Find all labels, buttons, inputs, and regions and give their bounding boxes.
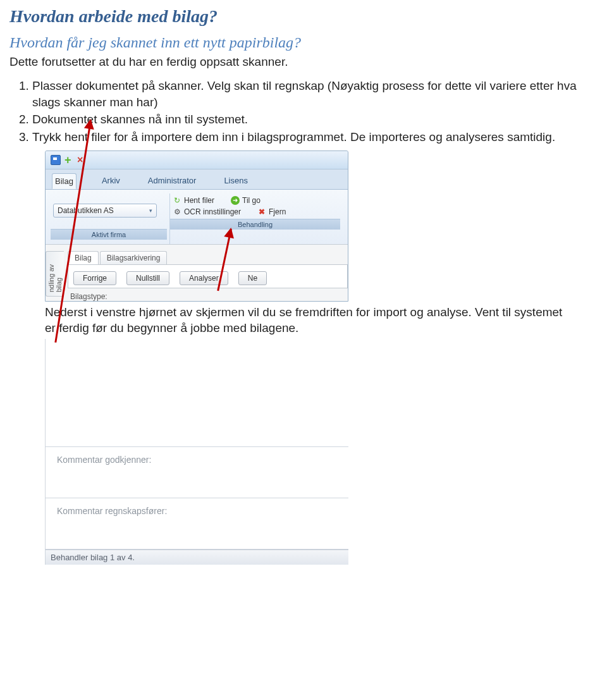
forrige-button[interactable]: Forrige xyxy=(73,271,116,285)
document-area: ndling av bilag Bilag Bilagsarkivering F… xyxy=(46,244,348,301)
side-tab[interactable]: ndling av bilag xyxy=(46,251,64,297)
ribbon-tabs: Bilag Arkiv Administrator Lisens xyxy=(46,169,348,189)
subtab-bilag[interactable]: Bilag xyxy=(68,251,99,264)
subcontent: Forrige Nullstill Analyser Ne xyxy=(68,264,348,288)
ribbon-body: Databutikken AS ▾ Aktivt firma ↻ Hent fi… xyxy=(46,189,348,244)
intro-text: Dette forutsetter at du har en ferdig op… xyxy=(9,55,598,69)
titlebar: + × xyxy=(46,151,348,169)
til-go-button[interactable]: ➜ Til go xyxy=(231,196,261,205)
gear-icon: ⚙ xyxy=(173,207,181,216)
refresh-icon: ↻ xyxy=(173,196,181,205)
hent-filer-label: Hent filer xyxy=(184,196,214,205)
firm-dropdown[interactable]: Databutikken AS ▾ xyxy=(53,204,157,218)
x-icon: ✖ xyxy=(257,207,266,216)
kommentar-regnskapsforer-field[interactable]: Kommentar regnskapsfører: xyxy=(46,498,348,550)
subtabs: Bilag Bilagsarkivering xyxy=(64,249,348,264)
comments-screenshot: Kommentar godkjenner: Kommentar regnskap… xyxy=(45,339,348,565)
nullstill-button[interactable]: Nullstill xyxy=(126,271,169,285)
group-label-firma: Aktivt firma xyxy=(51,229,167,240)
page-title: Hvordan arbeide med bilag? xyxy=(9,6,598,27)
tab-lisens[interactable]: Lisens xyxy=(221,173,250,189)
step-1: Plasser dokumentet på skanner. Velg skan… xyxy=(32,78,598,110)
fjern-button[interactable]: ✖ Fjern xyxy=(257,207,286,216)
go-icon: ➜ xyxy=(231,196,240,205)
save-icon[interactable] xyxy=(51,155,61,165)
tab-bilag[interactable]: Bilag xyxy=(52,173,77,189)
status-bar: Behandler bilag 1 av 4. xyxy=(46,550,348,565)
section-title: Hvordan får jeg skannet inn ett nytt pap… xyxy=(9,34,598,51)
group-label-behandling: Behandling xyxy=(170,219,340,230)
group-behandling: ↻ Hent filer ➜ Til go ⚙ OCR innstillinge… xyxy=(170,193,343,244)
tab-arkiv[interactable]: Arkiv xyxy=(99,173,123,189)
firm-dropdown-label: Databutikken AS xyxy=(58,206,114,215)
kommentar-regnskapsforer-label: Kommentar regnskapsfører: xyxy=(57,506,345,516)
step-2: Dokumentet skannes nå inn til systemet. xyxy=(32,111,598,128)
add-icon[interactable]: + xyxy=(64,156,73,164)
hent-filer-button[interactable]: ↻ Hent filer xyxy=(173,196,214,205)
chevron-down-icon: ▾ xyxy=(149,207,152,214)
group-aktivt-firma: Databutikken AS ▾ Aktivt firma xyxy=(51,193,170,244)
neste-button[interactable]: Ne xyxy=(238,271,267,285)
kommentar-godkjenner-field[interactable]: Kommentar godkjenner: xyxy=(46,447,348,498)
app-screenshot: + × Bilag Arkiv Administrator Lisens Dat… xyxy=(45,150,348,302)
bilagstype-label: Bilagstype: xyxy=(64,288,348,301)
step-3: Trykk hent filer for å importere dem inn… xyxy=(32,129,598,145)
ocr-label: OCR innstillinger xyxy=(184,207,241,216)
subtab-arkivering[interactable]: Bilagsarkivering xyxy=(100,251,168,264)
til-go-label: Til go xyxy=(242,196,261,205)
kommentar-godkjenner-label: Kommentar godkjenner: xyxy=(57,455,345,465)
ocr-button[interactable]: ⚙ OCR innstillinger xyxy=(173,207,241,216)
tab-administrator[interactable]: Administrator xyxy=(145,173,199,189)
after-screenshot-text: Nederst i venstre hjørnet av skjermen vi… xyxy=(45,304,570,336)
steps-list: Plasser dokumentet på skanner. Velg skan… xyxy=(32,78,598,145)
fjern-label: Fjern xyxy=(269,207,286,216)
